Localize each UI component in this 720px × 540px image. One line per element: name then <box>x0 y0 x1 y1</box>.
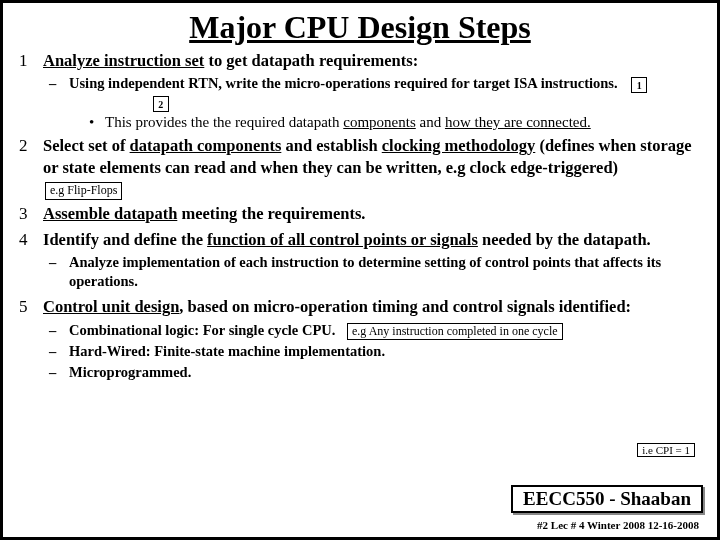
step-1-subbullet: This provides the the required datapath … <box>19 113 701 132</box>
text: needed by the datapath. <box>478 230 651 249</box>
step-5-bullet-2: Hard-Wired: Finite-state machine impleme… <box>19 342 701 361</box>
step-number: 3 <box>19 203 43 225</box>
text: and <box>416 114 445 130</box>
underlined-text: components <box>343 114 416 130</box>
text: Combinational logic: For single cycle CP… <box>69 322 335 338</box>
underlined-text: how they are connected. <box>445 114 591 130</box>
step-3: 3 Assemble datapath meeting the requirem… <box>19 203 701 225</box>
step-5-bullet-1: Combinational logic: For single cycle CP… <box>19 321 701 340</box>
step-1-bullet: Using independent RTN, write the micro-o… <box>19 74 701 111</box>
course-badge: EECC550 - Shaaban <box>511 485 703 513</box>
step-4-bullet: Analyze implementation of each instructi… <box>19 253 701 290</box>
content: 1 Analyze instruction set to get datapat… <box>19 50 701 381</box>
step-number: 5 <box>19 296 43 318</box>
text: Using independent RTN, write the micro-o… <box>69 75 618 91</box>
underlined-text: clocking methodology <box>382 136 536 155</box>
step-text: Select set of datapath components and es… <box>43 135 701 200</box>
step-text: Identify and define the function of all … <box>43 229 701 251</box>
text: and establish <box>281 136 381 155</box>
underlined-text: function of all control points or signal… <box>207 230 478 249</box>
annotation-box-1: 1 <box>631 77 647 93</box>
step-2: 2 Select set of datapath components and … <box>19 135 701 200</box>
annotation-box-2: 2 <box>153 96 169 112</box>
step-4: 4 Identify and define the function of al… <box>19 229 701 251</box>
step-text: Assemble datapath meeting the requiremen… <box>43 203 701 225</box>
text: , based on micro-operation timing and co… <box>179 297 631 316</box>
underlined-text: datapath components <box>130 136 282 155</box>
slide: Major CPU Design Steps 1 Analyze instruc… <box>0 0 720 540</box>
slide-title: Major CPU Design Steps <box>19 9 701 46</box>
text: Hard-Wired: Finite-state machine impleme… <box>69 343 385 359</box>
footer-meta: #2 Lec # 4 Winter 2008 12-16-2008 <box>537 519 699 531</box>
step-1: 1 Analyze instruction set to get datapat… <box>19 50 701 72</box>
text: This provides the the required datapath <box>105 114 343 130</box>
step-number: 4 <box>19 229 43 251</box>
underlined-text: Assemble datapath <box>43 204 177 223</box>
step-text: Control unit design, based on micro-oper… <box>43 296 701 318</box>
text: Identify and define the <box>43 230 207 249</box>
inline-box-flipflops: e.g Flip-Flops <box>45 182 122 200</box>
text: to get datapath requirements: <box>204 51 418 70</box>
underlined-text: Analyze instruction set <box>43 51 204 70</box>
inline-box-instruction: e.g Any instruction completed in one cyc… <box>347 323 563 341</box>
step-5: 5 Control unit design, based on micro-op… <box>19 296 701 318</box>
text: Analyze implementation of each instructi… <box>69 254 661 289</box>
text: meeting the requirements. <box>177 204 365 223</box>
step-number: 1 <box>19 50 43 72</box>
text: Microprogrammed. <box>69 364 191 380</box>
step-number: 2 <box>19 135 43 157</box>
inline-box-cpi: i.e CPI = 1 <box>637 443 695 457</box>
step-text: Analyze instruction set to get datapath … <box>43 50 701 72</box>
text: Select set of <box>43 136 130 155</box>
underlined-text: Control unit design <box>43 297 179 316</box>
step-5-bullet-3: Microprogrammed. <box>19 363 701 382</box>
